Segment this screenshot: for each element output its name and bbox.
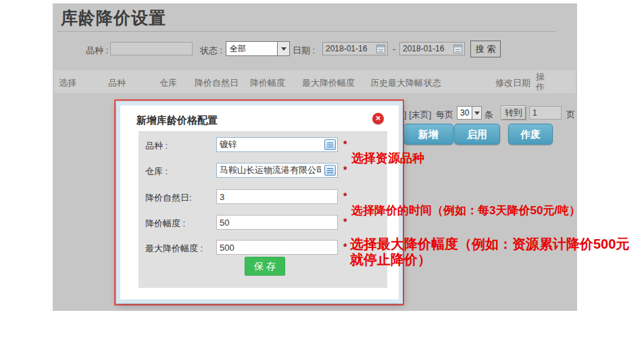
field-variety-wrap (216, 137, 338, 152)
required-asterisk: * (343, 164, 347, 175)
markdown-days-field[interactable] (216, 189, 338, 204)
table-header-row: 选择 品种 仓库 降价自然日 降价幅度 最大降价幅度 历史最大降幅 状态 修改日… (54, 70, 576, 93)
date-from-value: 2018-01-16 (326, 44, 367, 53)
col-operation: 操作 (536, 72, 546, 92)
col-max-markdown: 最大降价幅度 (302, 77, 355, 89)
variety-filter-input[interactable] (110, 42, 193, 55)
calendar-icon[interactable] (453, 45, 462, 53)
lookup-list-icon[interactable] (324, 139, 336, 150)
max-markdown-field[interactable] (216, 240, 338, 255)
col-history-max: 历史最大降幅 (370, 77, 423, 89)
required-asterisk: * (343, 241, 347, 252)
status-select-value: 全部 (226, 43, 277, 55)
variety-field[interactable] (216, 137, 338, 152)
col-status: 状态 (424, 77, 441, 89)
col-modified-date: 修改日期 (495, 77, 530, 89)
goto-page-button[interactable]: 转到 (501, 105, 526, 120)
warehouse-field[interactable] (216, 163, 338, 178)
annotation-max-note: 选择最大降价幅度（例如：资源累计降价500元就停止降价） (350, 237, 634, 268)
title-divider (57, 31, 556, 32)
add-button[interactable]: 新增 (403, 124, 453, 145)
field-warehouse-label: 仓库 : (145, 166, 168, 178)
per-page-select[interactable]: 30 (457, 106, 482, 120)
col-select: 选择 (59, 77, 76, 89)
field-days-wrap (216, 189, 338, 204)
required-asterisk: * (343, 139, 347, 149)
col-markdown-amount: 降价幅度 (250, 77, 285, 89)
field-max-wrap (216, 240, 338, 255)
markdown-amount-field[interactable] (216, 215, 338, 230)
pagination-pages-fragment: ] [末页] (404, 109, 431, 121)
chevron-down-icon (472, 107, 481, 119)
annotation-variety-note: 选择资源品种 (351, 150, 424, 166)
screen: 库龄降价设置 品种 : 状态 : 全部 日期 : 2018-01-16 - 20… (0, 0, 644, 348)
enable-button[interactable]: 启用 (454, 124, 500, 145)
goto-page-input[interactable] (529, 106, 562, 120)
field-amount-label: 降价幅度 : (145, 218, 185, 230)
void-button[interactable]: 作废 (508, 124, 553, 145)
calendar-icon[interactable] (376, 45, 385, 53)
date-from-input[interactable]: 2018-01-16 (322, 42, 388, 55)
close-icon[interactable]: × (372, 113, 384, 124)
page-title: 库龄降价设置 (61, 7, 166, 29)
date-to-input[interactable]: 2018-01-16 (399, 42, 465, 55)
per-page-value: 30 (457, 108, 472, 118)
save-button[interactable]: 保 存 (245, 257, 285, 276)
goto-page-unit: 页 (566, 109, 575, 121)
chevron-down-icon (277, 42, 289, 55)
per-page-unit: 条 (485, 109, 493, 121)
field-variety-label: 品种 : (145, 140, 168, 152)
required-asterisk: * (343, 191, 347, 201)
lookup-list-icon[interactable] (324, 165, 336, 176)
date-filter-label: 日期 : (293, 45, 315, 57)
per-page-label: 每页 (436, 109, 453, 121)
required-asterisk: * (343, 216, 347, 227)
modal-title: 新增库龄价格配置 (137, 114, 218, 127)
col-variety: 品种 (108, 77, 126, 89)
col-markdown-days: 降价自然日 (195, 77, 239, 89)
field-warehouse-wrap (216, 163, 338, 178)
date-to-value: 2018-01-16 (403, 44, 444, 53)
variety-filter-label: 品种 : (86, 45, 108, 57)
date-range-separator: - (393, 44, 395, 54)
search-button[interactable]: 搜 索 (470, 41, 501, 57)
field-max-label: 最大降价幅度 : (145, 243, 203, 255)
status-select[interactable]: 全部 (226, 41, 290, 56)
annotation-time-note: 选择降价的时间（例如：每3天降价50元/吨） (351, 203, 580, 218)
field-days-label: 降价自然日: (145, 192, 192, 204)
col-warehouse: 仓库 (159, 77, 177, 89)
status-filter-label: 状态 : (200, 45, 222, 57)
field-amount-wrap (216, 215, 338, 230)
